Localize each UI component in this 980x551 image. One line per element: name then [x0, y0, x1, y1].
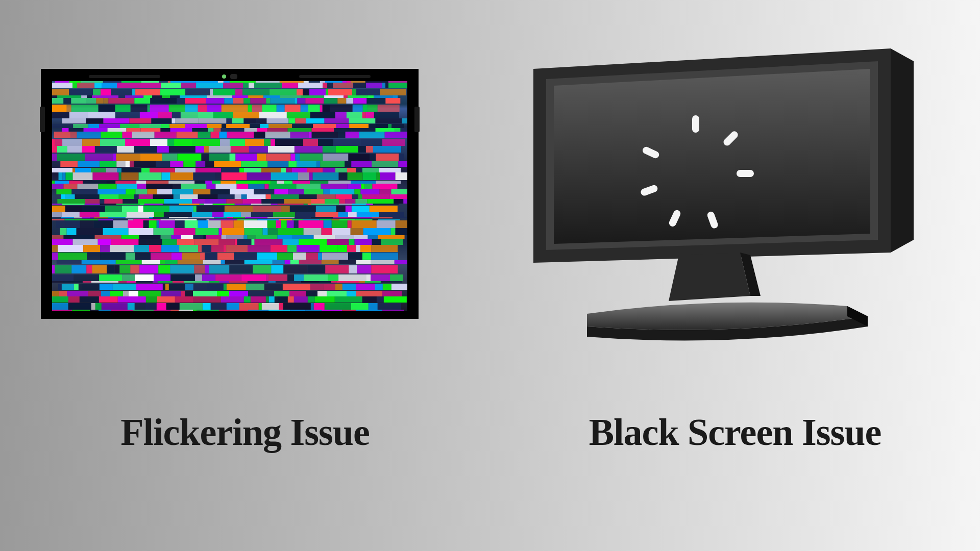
glitch-screen — [52, 81, 407, 311]
flickering-caption: Flickering Issue — [120, 411, 370, 454]
left-panel: Flickering Issue — [0, 0, 490, 551]
camera-notch — [222, 74, 237, 79]
svg-marker-4 — [669, 253, 750, 301]
speaker-grill-right — [299, 75, 371, 78]
black-screen-caption: Black Screen Issue — [589, 411, 881, 454]
loading-spinner-icon — [684, 138, 755, 209]
speaker-grill-left — [89, 75, 160, 78]
edge-button-left — [40, 107, 45, 132]
black-screen-monitor — [510, 41, 919, 372]
right-panel: Black Screen Issue — [490, 0, 980, 551]
flickering-monitor — [41, 69, 419, 319]
edge-button-right — [414, 107, 420, 132]
svg-marker-0 — [891, 48, 914, 253]
